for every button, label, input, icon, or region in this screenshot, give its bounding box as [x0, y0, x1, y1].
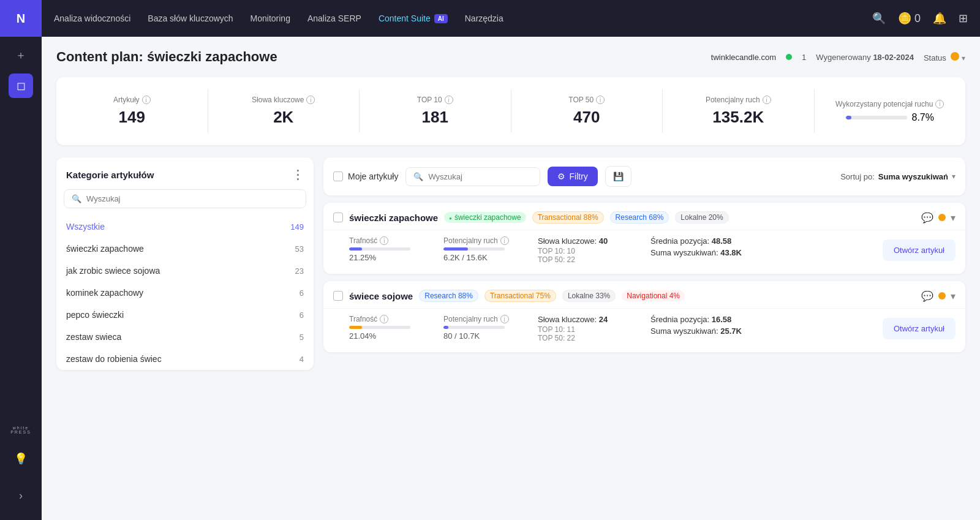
stat-potencjalny-ruch: Potencjalny ruch i 135.2K [663, 89, 815, 133]
stat-info-icon-3[interactable]: i [596, 96, 605, 104]
sidebar-icon-chevron[interactable]: › [9, 483, 33, 508]
stat-top10: TOP 10 i 181 [360, 89, 511, 133]
stat-info-icon-0[interactable]: i [142, 96, 151, 104]
grid-icon[interactable]: ⊞ [959, 12, 968, 25]
category-search-input[interactable] [86, 194, 298, 203]
comment-icon-0[interactable]: 💬 [921, 212, 933, 224]
categories-title: Kategorie artykułów [66, 170, 154, 180]
category-item-jak-zrobic[interactable]: jak zrobic swiece sojowa 23 [56, 260, 314, 282]
category-search-wrap: 🔍 [64, 189, 306, 208]
nav-baza-slow[interactable]: Baza słów kluczowych [148, 13, 233, 23]
ai-badge: AI [434, 14, 448, 23]
stat-wykorzystany: Wykorzystany potencjał ruchu i 8.7% [815, 94, 966, 129]
article-tag-lokalne-0: Lokalne 20% [675, 211, 728, 224]
metric-pot-ruch-1: Potencjalny ruch i 80 / 10.7K [443, 315, 523, 341]
pot-ruch-progress-bar-1 [443, 326, 505, 329]
trafnosc-value-0: 21.25% [349, 253, 429, 262]
category-item-kominek[interactable]: kominek zapachowy 6 [56, 282, 314, 304]
category-item-pepco[interactable]: pepco świeczki 6 [56, 304, 314, 326]
pot-ruch-fill-0 [443, 247, 468, 251]
article-card-1: świece sojowe Research 88% Transactional… [323, 281, 965, 352]
trafnosc-fill-0 [349, 247, 362, 251]
article-checkbox-1[interactable] [333, 291, 343, 301]
articles-toolbar: Moje artykuły 🔍 ⚙ Filtry 💾 Sortuj po: Su… [323, 157, 965, 195]
article-tag-cluster-0: świeczki zapachowe [444, 212, 526, 223]
category-item-wszystkie[interactable]: Wszystkie 149 [56, 216, 314, 238]
left-panel: Kategorie artykułów ⋮ 🔍 Wszystkie 149 [56, 157, 314, 370]
left-panel-header: Kategorie artykułów ⋮ [56, 157, 314, 189]
nav-content-suite[interactable]: Content Suite AI [379, 13, 448, 23]
stat-info-icon-4[interactable]: i [763, 96, 771, 104]
stats-row: Artykuły i 149 Słowa kluczowe i 2K TOP 1… [56, 77, 965, 145]
metric-info-icon-ruch-0[interactable]: i [500, 236, 509, 245]
content-area: Content plan: świeczki zapachowe twinkle… [42, 37, 980, 520]
open-article-btn-1[interactable]: Otwórz artykuł [883, 318, 956, 339]
chevron-icon-1[interactable]: ▾ [951, 290, 956, 302]
sort-chevron-icon[interactable]: ▾ [952, 172, 956, 181]
page-wrapper: Analiza widoczności Baza słów kluczowych… [42, 0, 980, 520]
cluster-dot-icon-0 [449, 213, 452, 222]
article-search-input[interactable] [428, 172, 532, 181]
metric-trafnosc-1: Trafność i 21.04% [349, 315, 429, 341]
search-icon-right: 🔍 [413, 172, 423, 181]
comment-icon-1[interactable]: 💬 [921, 290, 933, 302]
top-nav: Analiza widoczności Baza słów kluczowych… [42, 0, 980, 37]
stat-info-icon-5[interactable]: i [935, 100, 944, 108]
metric-kw-0: Słowa kluczowe: 40 TOP 10: 10 TOP 50: 22 [538, 236, 636, 264]
checkbox-icon[interactable] [333, 171, 343, 181]
save-filter-button[interactable]: 💾 [605, 166, 631, 187]
stat-info-icon-1[interactable]: i [306, 96, 315, 104]
metric-pot-ruch-0: Potencjalny ruch i 6.2K / 15.6K [443, 236, 523, 262]
article-search-wrap: 🔍 [405, 167, 540, 186]
filter-button[interactable]: ⚙ Filtry [548, 167, 597, 186]
page-meta: twinklecandle.com 1 Wygenerowany 18-02-2… [711, 52, 965, 62]
pot-ruch-fill-1 [443, 326, 448, 329]
bell-icon[interactable]: 🔔 [933, 12, 946, 25]
category-list: Wszystkie 149 świeczki zapachowe 53 jak … [56, 216, 314, 370]
category-item-zestaw-swieca[interactable]: zestaw swieca 5 [56, 326, 314, 348]
open-article-btn-0[interactable]: Otwórz artykuł [883, 239, 956, 261]
chevron-icon-0[interactable]: ▾ [951, 212, 956, 224]
category-item-zestaw-robienia[interactable]: zestaw do robienia świec 4 [56, 348, 314, 370]
metric-info-icon-trafnosc-1[interactable]: i [380, 315, 388, 323]
whitepress-logo: white PRESS [10, 426, 31, 434]
article-tag-research-0: Research 68% [610, 211, 669, 224]
page-header: Content plan: świeczki zapachowe twinkle… [56, 49, 965, 65]
stat-info-icon-2[interactable]: i [445, 96, 453, 104]
dots-menu-icon[interactable]: ⋮ [292, 167, 304, 182]
sidebar-logo: N [0, 0, 42, 37]
sidebar-icon-plus[interactable]: ＋ [9, 43, 33, 67]
nav-narzedzia[interactable]: Narzędzia [465, 13, 503, 23]
metric-info-icon-ruch-1[interactable]: i [500, 315, 509, 323]
right-panel: Moje artykuły 🔍 ⚙ Filtry 💾 Sortuj po: Su… [323, 157, 965, 370]
my-articles-label: Moje artykuły [348, 171, 398, 181]
article-checkbox-0[interactable] [333, 213, 343, 222]
sort-value[interactable]: Suma wyszukiwań [878, 172, 948, 181]
domain-count: 1 [802, 53, 806, 62]
article-body-0: Trafność i 21.25% Potencjalny ruch [323, 230, 965, 274]
sidebar-icon-calendar[interactable]: ◻ [9, 73, 33, 98]
trafnosc-progress-bar-0 [349, 247, 410, 251]
nav-monitoring[interactable]: Monitoring [251, 13, 290, 23]
nav-analiza-widocznosci[interactable]: Analiza widoczności [54, 13, 130, 23]
search-icon[interactable]: 🔍 [872, 12, 886, 25]
chevron-down-icon[interactable]: ▾ [962, 54, 965, 62]
domain-dot [786, 54, 792, 60]
domain-label: twinklecandle.com [711, 53, 776, 62]
metric-pos-1: Średnia pozycja: 16.58 Suma wyszukiwań: … [650, 315, 761, 336]
page-title: Content plan: świeczki zapachowe [56, 49, 277, 65]
sidebar-icon-bulb[interactable]: 💡 [9, 447, 33, 471]
nav-analiza-serp[interactable]: Analiza SERP [307, 13, 361, 23]
sort-control: Sortuj po: Suma wyszukiwań ▾ [840, 172, 956, 181]
article-header-0: świeczki zapachowe świeczki zapachowe Tr… [323, 203, 965, 230]
utilized-progress-fill [846, 116, 851, 119]
category-item-swi-zapach[interactable]: świeczki zapachowe 53 [56, 238, 314, 260]
generated-label: Wygenerowany 18-02-2024 [816, 53, 914, 62]
search-icon-left: 🔍 [72, 194, 81, 203]
metric-pos-0: Średnia pozycja: 48.58 Suma wyszukiwań: … [650, 236, 761, 257]
status-dot-0 [938, 214, 946, 221]
article-actions-1: 💬 ▾ [921, 290, 956, 302]
my-articles-checkbox[interactable]: Moje artykuły [333, 171, 398, 181]
pot-ruch-progress-bar-0 [443, 247, 505, 251]
metric-info-icon-trafnosc-0[interactable]: i [380, 236, 388, 245]
